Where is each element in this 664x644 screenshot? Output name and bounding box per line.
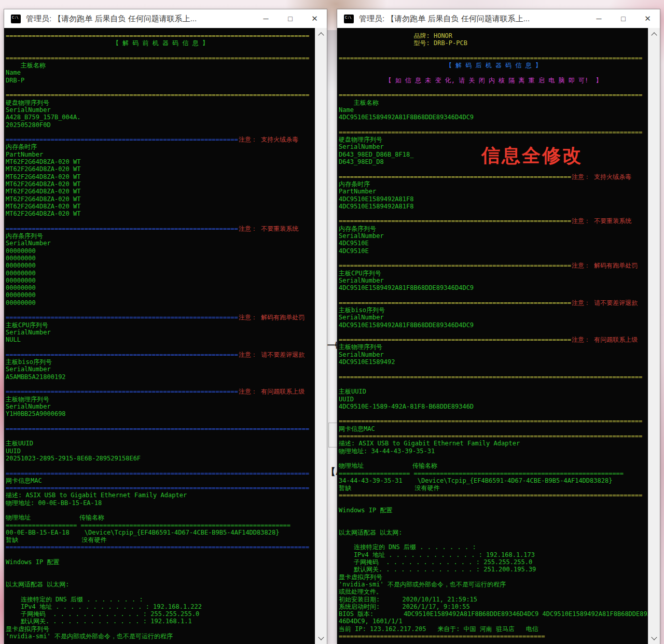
terminal-line: 物理地址 传输名称 (6, 514, 315, 521)
terminal-line (339, 536, 648, 543)
terminal-line: MT62F2G64D8ZA-020 WT (6, 195, 315, 203)
terminal-line (6, 84, 315, 91)
terminal-line: 网卡信息MAC (339, 425, 648, 432)
terminal-line (339, 329, 648, 336)
terminal-line (6, 306, 315, 314)
terminal-line: 00000000 (6, 270, 315, 277)
minimize-button[interactable]: ─ (254, 9, 278, 28)
terminal-line: 型号: DRB-P-PCB (339, 39, 648, 47)
warning-note: 注意： 请不要差评退款 (572, 299, 638, 306)
terminal-line: MT62F2G64D8ZA-020 WT (6, 188, 315, 195)
terminal-line: 主板CPU序列号 (6, 321, 315, 329)
terminal-line: ========================================… (339, 336, 648, 343)
terminal-line: ========================================… (6, 225, 315, 232)
scrollbar-right[interactable] (648, 28, 660, 644)
terminal-line: 主板UUID (6, 440, 315, 447)
terminal-line (6, 432, 315, 440)
terminal-line: 网卡信息MAC (6, 477, 315, 484)
terminal-line (339, 84, 648, 91)
terminal-line: 物理地址 传输名称 (339, 462, 648, 469)
terminal-line (339, 121, 648, 129)
maximize-button[interactable]: □ (278, 9, 302, 28)
terminal-line: ========================================… (339, 299, 648, 306)
terminal-line: PartNumber (339, 188, 648, 195)
terminal-line: PartNumber (6, 151, 315, 158)
terminal-line: ========================================… (6, 314, 315, 321)
window-title: 管理员: 【请勿跑单 后果自负 任何问题请联系上... (359, 14, 587, 24)
terminal-line (339, 381, 648, 388)
terminal-line (339, 514, 648, 521)
scroll-up-button[interactable] (315, 29, 327, 39)
terminal-line: IPv4 地址 . . . . . . . . . . . . : 192.16… (6, 603, 315, 610)
terminal-line: 34-44-43-39-35-31 \Device\Tcpip_{EF4B659… (339, 477, 648, 484)
terminal-line (6, 417, 315, 425)
terminal-line (339, 255, 648, 262)
annotation-info-all-modified: 信息全修改 (481, 143, 583, 169)
terminal-output-left[interactable]: ========================================… (4, 28, 315, 644)
terminal-line: MT62F2G64D8ZA-020 WT (6, 165, 315, 173)
chevron-up-icon (651, 32, 657, 38)
terminal-line: 暂缺 没有硬件 (339, 484, 648, 492)
terminal-line: ========================================… (339, 217, 648, 225)
titlebar[interactable]: C:\ 管理员: 【请勿跑单 后果自负 任何问题请联系上... ─ □ ✕ (337, 9, 660, 28)
terminal-line: Y1H0BB25A9000698 (6, 410, 315, 417)
terminal-line: 主板biso序列号 (6, 358, 315, 366)
minimize-button[interactable]: ─ (587, 9, 611, 28)
terminal-line: SerialNumber (6, 403, 315, 410)
terminal-line: 以太网适配器 以太网: (6, 581, 315, 588)
terminal-line: ========================================… (339, 129, 648, 136)
terminal-line: ========================================… (6, 470, 315, 477)
terminal-line: 00000000 (6, 299, 315, 306)
terminal-line: 4DC9510E1589492A81F8 (339, 203, 648, 210)
terminal-line (6, 343, 315, 351)
window-title: 管理员: 【请勿跑单 后果自负 任何问题请联系上... (26, 14, 254, 24)
terminal-line: ========================================… (339, 417, 648, 425)
close-button[interactable]: ✕ (635, 9, 660, 28)
terminal-line: 品牌: HONOR (339, 32, 648, 39)
terminal-line: SerialNumber (339, 232, 648, 240)
cmd-icon[interactable]: C:\ (11, 15, 21, 23)
scroll-down-button[interactable] (648, 633, 660, 643)
terminal-line: Name (6, 69, 315, 76)
terminal-line: SerialNumber (339, 277, 648, 284)
terminal-line: 系统启动时间: 2026/1/17, 9:10:55 (339, 603, 648, 610)
terminal-line: 连接特定的 DNS 后缀 . . . . . . . : (6, 596, 315, 603)
scroll-up-button[interactable] (648, 29, 660, 39)
terminal-line: 'nvidia-smi' 不是内部或外部命令，也不是可运行的程序 (6, 633, 315, 640)
terminal-line: 00000000 (6, 262, 315, 269)
terminal-line (6, 462, 315, 469)
terminal-line: MT62F2G64D8ZA-020 WT (6, 180, 315, 188)
maximize-button[interactable]: □ (611, 9, 635, 28)
terminal-line: SerialNumber (6, 366, 315, 373)
terminal-line (6, 566, 315, 573)
terminal-line: 主板名称 (6, 62, 315, 69)
terminal-line (339, 210, 648, 217)
titlebar[interactable]: C:\ 管理员: 【请勿跑单 后果自负 任何问题请联系上... ─ □ ✕ (4, 9, 327, 28)
terminal-line: UUID (339, 396, 648, 403)
scroll-down-button[interactable] (315, 633, 327, 643)
terminal-line: 描述: ASIX USB to Gigabit Ethernet Family … (6, 492, 315, 499)
terminal-line (6, 47, 315, 54)
terminal-line: 【 解 码 后 机 器 码 信 息 】 (339, 62, 648, 69)
terminal-line: 子网掩码 . . . . . . . . . . . . : 255.255.2… (6, 610, 315, 618)
terminal-line: =================== ====================… (339, 470, 648, 477)
terminal-line: 物理地址: 00-0E-BB-15-EA-18 (6, 499, 315, 507)
warning-note: 注意： 解码有跑单处罚 (572, 262, 638, 269)
cmd-icon[interactable]: C:\ (344, 15, 354, 23)
terminal-line (339, 366, 648, 373)
terminal-line: 暂缺 没有硬件 (6, 536, 315, 543)
terminal-line (339, 291, 648, 299)
terminal-line: SerialNumber (6, 240, 315, 247)
terminal-line: SerialNumber (6, 106, 315, 114)
terminal-line: 内存条时序 (339, 180, 648, 188)
terminal-line: 4DC9510E1589492A81F8B68DDE89346D4DC9 (339, 284, 648, 291)
scrollbar-left[interactable] (315, 28, 327, 644)
terminal-line: Windows IP 配置 (339, 507, 648, 514)
terminal-line: ========================================… (6, 543, 315, 551)
close-button[interactable]: ✕ (302, 9, 327, 28)
terminal-line: ========================================… (6, 136, 315, 143)
terminal-output-right[interactable]: 品牌: HONOR 型号: DRB-P-PCB ================… (337, 28, 648, 644)
terminal-line: ========================================… (339, 432, 648, 440)
terminal-line: SerialNumber (339, 351, 648, 358)
terminal-line (339, 522, 648, 529)
